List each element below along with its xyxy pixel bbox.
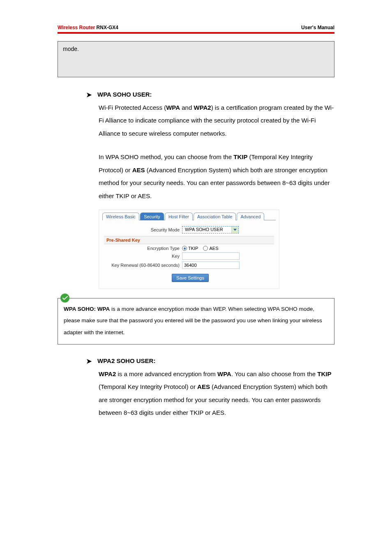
pre-shared-key-heading: Pre-Shared Key [104,236,274,244]
wpa2-soho-heading: WPA2 SOHO USER: [97,356,155,366]
doc-header-right: User's Manual [301,25,334,30]
security-mode-value: WPA SOHO USER [182,227,232,233]
key-label: Key [104,254,182,259]
chevron-down-icon [232,227,238,233]
radio-icon [203,246,208,251]
bullet-arrow-icon: ➤ [86,90,92,100]
page: Wireless Router RNX-GX4 User's Manual mo… [0,0,392,452]
encryption-tkip-radio[interactable]: TKIP [182,246,198,251]
check-icon [60,294,69,303]
aes-label: AES [209,246,218,251]
tab-advanced[interactable]: Advanced [237,213,264,220]
encryption-aes-radio[interactable]: AES [203,246,218,251]
wpa-soho-heading: WPA SOHO USER: [97,90,152,99]
tip-bold: WPA SOHO: WPA [64,306,110,312]
brand-text: Wireless Router [58,25,95,30]
tabs-row: Wireless Basic Security Host Filter Asso… [102,213,276,220]
key-renewal-input[interactable] [182,261,240,269]
tab-security[interactable]: Security [140,213,164,220]
key-input[interactable] [182,252,240,260]
wpa2-soho-paragraph: WPA2 is a more advanced encryption from … [99,368,334,419]
tkip-label: TKIP [188,246,198,251]
tab-host-filter[interactable]: Host Filter [165,213,193,220]
doc-header-left: Wireless Router RNX-GX4 [58,25,118,30]
tab-wireless-basic[interactable]: Wireless Basic [102,213,139,220]
save-settings-button[interactable]: Save Settings [172,274,209,282]
mode-note-box: mode. [58,41,334,77]
radio-icon [182,246,187,251]
wpa-soho-paragraph-2: In WPA SOHO method, you can choose from … [99,150,334,202]
security-mode-select[interactable]: WPA SOHO USER [182,226,239,234]
header-divider [58,32,334,34]
doc-header: Wireless Router RNX-GX4 User's Manual [58,25,334,32]
security-form: Security Mode WPA SOHO USER Pre-Shared K… [102,220,276,284]
key-renewal-label: Key Renewal (60-86400 seconds) [104,263,182,268]
security-mode-label: Security Mode [104,227,182,232]
model-text: RNX-GX4 [97,25,118,30]
bullet-arrow-icon: ➤ [86,356,92,367]
wpa-soho-paragraph-1: Wi-Fi Protected Access (WPA and WPA2) is… [99,101,334,140]
mode-note-text: mode. [63,46,79,52]
wpa-soho-section: ➤ WPA SOHO USER: Wi-Fi Protected Access … [86,90,334,289]
tab-association-table[interactable]: Association Table [194,213,236,220]
router-ui-panel: Wireless Basic Security Host Filter Asso… [99,210,279,289]
encryption-type-label: Encryption Type [104,246,182,251]
wpa2-soho-section: ➤ WPA2 SOHO USER: WPA2 is a more advance… [86,356,334,419]
wpa-soho-tip-box: WPA SOHO: WPA is a more advance encrypti… [58,298,334,345]
